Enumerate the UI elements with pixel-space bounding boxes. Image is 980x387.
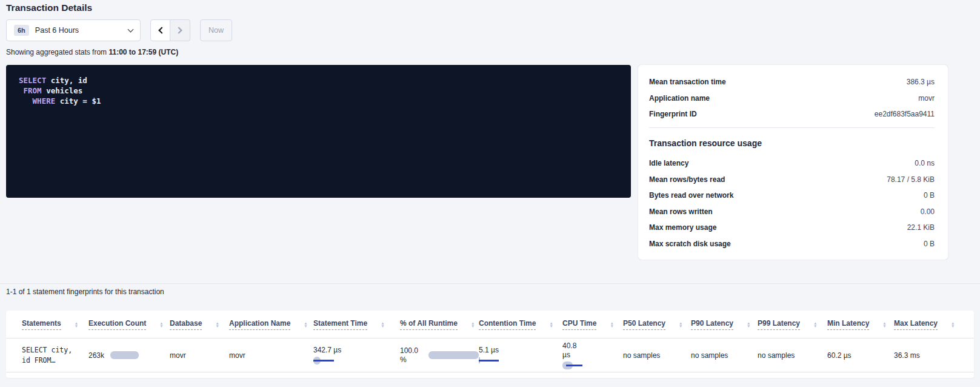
sort-icon[interactable]: ▲▼ — [882, 321, 886, 328]
column-header-p50-latency[interactable]: P50 Latency▲▼ — [623, 319, 691, 330]
contention-time-barchart — [479, 357, 562, 365]
summary-label: Application name — [649, 94, 710, 103]
resource-value: 0 B — [924, 240, 935, 248]
time-interval-picker[interactable]: 6h Past 6 Hours — [6, 19, 141, 41]
summary-value: ee2df683f5aa9411 — [875, 110, 935, 118]
summary-label: Mean transaction time — [649, 78, 726, 86]
resource-row: Mean rows/bytes read78.17 / 5.8 KiB — [649, 175, 935, 184]
time-interval-badge: 6h — [14, 25, 29, 36]
resource-row: Mean rows written0.00 — [649, 207, 935, 217]
sort-icon[interactable]: ▲▼ — [951, 321, 955, 328]
sort-icon[interactable]: ▲▼ — [549, 321, 553, 328]
p99-latency-value: no samples — [758, 351, 795, 360]
column-header-max-latency[interactable]: Max Latency▲▼ — [894, 319, 974, 330]
statement-time-mean-line — [313, 360, 334, 362]
p90-latency-value: no samples — [691, 351, 728, 360]
statement-time-barchart — [313, 357, 400, 365]
column-header-cpu-time[interactable]: CPU Time▲▼ — [562, 319, 623, 330]
sort-icon[interactable]: ▲▼ — [159, 321, 163, 328]
summary-value: 386.3 µs — [907, 78, 935, 86]
statement-fingerprint-link[interactable]: SELECT city, id FROM… — [22, 345, 88, 366]
resource-label: Mean rows/bytes read — [649, 175, 725, 184]
resource-value: 22.1 KiB — [907, 223, 935, 232]
transaction-summary-card: Mean transaction time386.3 µs Applicatio… — [638, 65, 948, 260]
chevron-left-icon — [158, 27, 165, 33]
cpu-time-value: 40.8 µs — [562, 342, 584, 360]
resource-value: 0.00 — [921, 207, 935, 216]
column-header-application-name[interactable]: Application Name▲▼ — [229, 319, 313, 330]
summary-label: Fingerprint ID — [649, 110, 697, 118]
sql-line: SELECT city, id — [19, 75, 631, 86]
next-interval-button[interactable] — [170, 19, 190, 41]
column-header-p99-latency[interactable]: P99 Latency▲▼ — [758, 319, 827, 330]
aggregated-stats-caption: Showing aggregated stats from 11:00 to 1… — [6, 48, 178, 56]
prev-interval-button[interactable] — [150, 19, 170, 41]
resource-row: Idle latency0.0 ns — [649, 159, 935, 168]
resource-value: 0.0 ns — [915, 159, 935, 167]
cpu-time-mean-line — [566, 365, 582, 366]
pct-runtime-bar — [428, 351, 479, 359]
resource-row: Bytes read over network0 B — [649, 191, 935, 200]
resource-value: 0 B — [924, 191, 935, 200]
column-header-contention-time[interactable]: Contention Time▲▼ — [479, 319, 562, 330]
sort-icon[interactable]: ▲▼ — [610, 321, 613, 328]
column-header-statements[interactable]: Statements▲▼ — [6, 319, 88, 330]
statements-table-card: Statements▲▼Execution Count▲▼Database▲▼A… — [6, 311, 974, 378]
resource-row: Max memory usage22.1 KiB — [649, 223, 935, 232]
time-interval-label: Past 6 Hours — [35, 26, 79, 35]
sql-box: SELECT city, id FROM vehicles WHERE city… — [6, 65, 631, 198]
database-value: movr — [170, 351, 186, 360]
now-button[interactable]: Now — [200, 19, 232, 41]
sort-icon[interactable]: ▲▼ — [304, 321, 307, 328]
summary-row: Fingerprint IDee2df683f5aa9411 — [649, 110, 935, 119]
resource-label: Mean rows written — [649, 207, 713, 216]
sort-icon[interactable]: ▲▼ — [747, 321, 750, 328]
fingerprints-caption: 1-1 of 1 statement fingerprints for this… — [6, 288, 164, 296]
sort-icon[interactable]: ▲▼ — [471, 321, 475, 328]
pct-runtime-value: 100.0 % — [400, 346, 424, 365]
aggregated-stats-prefix: Showing aggregated stats from — [6, 48, 107, 56]
column-header-statement-time[interactable]: Statement Time▲▼ — [313, 319, 400, 330]
sql-line: FROM vehicles — [19, 86, 631, 96]
resource-value: 78.17 / 5.8 KiB — [887, 175, 935, 184]
summary-row: Application namemovr — [649, 94, 935, 103]
column-header--of-all-runtime[interactable]: % of All Runtime▲▼ — [400, 319, 479, 330]
section-divider — [0, 283, 980, 284]
column-header-min-latency[interactable]: Min Latency▲▼ — [827, 319, 894, 330]
table-header: Statements▲▼Execution Count▲▼Database▲▼A… — [6, 311, 974, 338]
summary-row: Mean transaction time386.3 µs — [649, 78, 935, 87]
resource-label: Max memory usage — [649, 223, 716, 232]
resource-label: Max scratch disk usage — [649, 240, 731, 248]
chevron-down-icon — [128, 26, 134, 32]
sort-icon[interactable]: ▲▼ — [75, 321, 78, 328]
execution-count-bar — [110, 351, 139, 359]
statement-time-value: 342.7 µs — [313, 346, 342, 355]
summary-value: movr — [918, 94, 935, 103]
sort-icon[interactable]: ▲▼ — [215, 321, 219, 328]
resource-usage-title: Transaction resource usage — [649, 138, 935, 148]
contention-mean-line — [479, 360, 499, 362]
column-header-execution-count[interactable]: Execution Count▲▼ — [88, 319, 170, 330]
resource-row: Max scratch disk usage0 B — [649, 240, 935, 249]
table-row[interactable]: SELECT city, id FROM… 263k movr movr 342… — [6, 338, 974, 372]
chevron-right-icon — [175, 27, 182, 33]
sort-icon[interactable]: ▲▼ — [381, 321, 384, 328]
aggregated-stats-range: 11:00 to 17:59 (UTC) — [108, 48, 178, 56]
min-latency-value: 60.2 µs — [827, 351, 852, 360]
page-title: Transaction Details — [6, 2, 92, 13]
column-header-p90-latency[interactable]: P90 Latency▲▼ — [691, 319, 758, 330]
contention-time-value: 5.1 µs — [479, 346, 562, 355]
p50-latency-value: no samples — [623, 351, 660, 360]
resource-label: Bytes read over network — [649, 191, 733, 200]
sort-icon[interactable]: ▲▼ — [813, 321, 817, 328]
interval-arrows — [150, 19, 190, 41]
resource-label: Idle latency — [649, 159, 688, 167]
column-header-database[interactable]: Database▲▼ — [170, 319, 229, 330]
max-latency-value: 36.3 ms — [894, 351, 920, 360]
sort-icon[interactable]: ▲▼ — [679, 321, 682, 328]
sql-line: WHERE city = $1 — [19, 96, 631, 106]
time-controls: 6h Past 6 Hours Now — [6, 19, 232, 41]
summary-divider — [649, 127, 935, 128]
execution-count-value: 263k — [88, 351, 104, 360]
cpu-time-barchart — [562, 362, 623, 369]
